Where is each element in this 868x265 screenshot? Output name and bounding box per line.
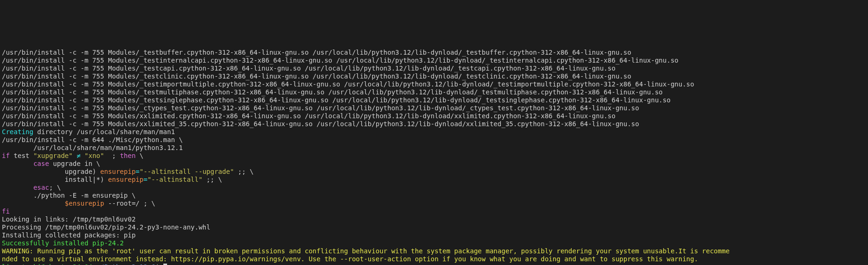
creating-word: Creating <box>2 128 33 136</box>
fi-line: fi <box>2 208 10 215</box>
install-line: /usr/bin/install -c -m 755 Modules/_test… <box>2 49 631 56</box>
install-line: /usr/bin/install -c -m 755 Modules/_test… <box>2 64 616 72</box>
prompt-cwd: ~/Python-3.12.6 <box>96 263 155 265</box>
case-line: case upgrade in \ <box>2 160 100 167</box>
install-line: /usr/bin/install -c -m 755 Modules/_test… <box>2 80 694 88</box>
ensurepip-line: $ensurepip --root=/ ; \ <box>2 200 155 207</box>
prompt-user-host: linuxtechi@ubuntu-24-04 <box>2 263 92 265</box>
install-line: /usr/bin/install -c -m 755 Modules/_ctyp… <box>2 104 639 112</box>
warning-line-1: WARNING: Running pip as the 'root' user … <box>2 247 729 255</box>
upgrade-case-line: upgrade) ensurepip="--altinstall --upgra… <box>2 168 253 175</box>
if-line: if test "xupgrade" ≠ "xno" ; then \ <box>2 152 143 159</box>
install-case-line: install|*) ensurepip="--altinstall" ;; \ <box>2 176 222 183</box>
install-man-line: /usr/bin/install -c -m 644 ./Misc/python… <box>2 136 183 143</box>
install-man-line2: /usr/local/share/man/man1/python3.12.1 <box>2 144 183 151</box>
python-exec-line: ./python -E -m ensurepip \ <box>2 192 136 199</box>
installing-line: Installing collected packages: pip <box>2 231 136 239</box>
looking-line: Looking in links: /tmp/tmp0nl6uv02 <box>2 215 136 223</box>
warning-line-2: nded to use a virtual environment instea… <box>2 255 698 263</box>
success-line: Successfully installed pip-24.2 <box>2 239 124 247</box>
install-line: /usr/bin/install -c -m 755 Modules/_test… <box>2 96 671 104</box>
install-line: /usr/bin/install -c -m 755 Modules/_test… <box>2 57 679 64</box>
install-line: /usr/bin/install -c -m 755 Modules/_test… <box>2 72 631 80</box>
creating-line: Creating directory /usr/local/share/man/… <box>2 128 175 136</box>
processing-line: Processing /tmp/tmp0nl6uv02/pip-24.2-py3… <box>2 223 210 231</box>
install-line: /usr/bin/install -c -m 755 Modules/xxlim… <box>2 112 616 120</box>
install-line: /usr/bin/install -c -m 755 Modules/_test… <box>2 88 663 96</box>
terminal-output[interactable]: /usr/bin/install -c -m 755 Modules/_test… <box>0 40 868 265</box>
install-line: /usr/bin/install -c -m 755 Modules/xxlim… <box>2 120 639 128</box>
shell-prompt[interactable]: linuxtechi@ubuntu-24-04:~/Python-3.12.6$ <box>2 263 167 265</box>
esac-line: esac; \ <box>2 184 61 191</box>
